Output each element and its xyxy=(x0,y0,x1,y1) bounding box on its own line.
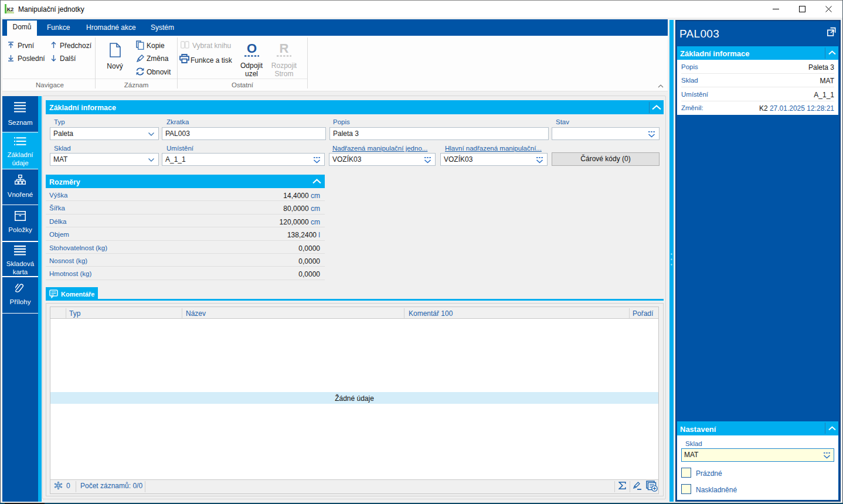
svg-text:K2: K2 xyxy=(7,6,14,12)
